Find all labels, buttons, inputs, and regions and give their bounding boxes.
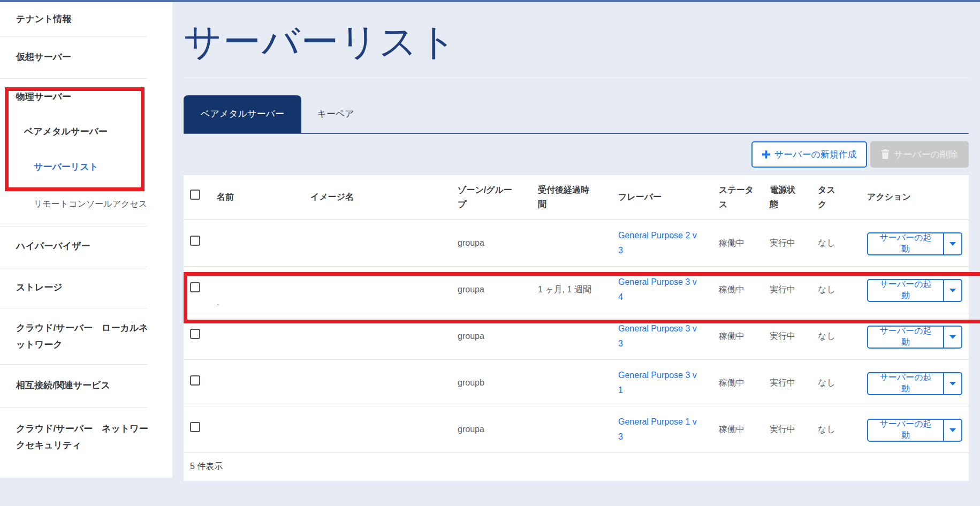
task-value: なし <box>811 236 850 250</box>
sidebar: テナント情報 仮想サーバー 物理サーバー ベアメタルサーバー サーバーリスト リ… <box>0 2 172 478</box>
action-dropdown-button[interactable] <box>944 419 962 442</box>
row-checkbox[interactable] <box>190 422 200 432</box>
sidebar-item-baremetal-server[interactable]: ベアメタルサーバー <box>0 125 172 139</box>
sidebar-item-server-list[interactable]: サーバーリスト <box>0 161 172 174</box>
power-state-value: 実行中 <box>763 236 811 250</box>
task-value: なし <box>811 329 850 343</box>
zone-group: groupa <box>451 236 531 250</box>
table-row: groupa General Purpose 2 v3 稼働中 実行中 なし サ… <box>184 220 969 267</box>
trash-icon <box>881 149 890 159</box>
tab-bar: ベアメタルサーバー キーペア <box>184 95 969 134</box>
tab-baremetal-server[interactable]: ベアメタルサーバー <box>184 95 301 133</box>
start-server-button[interactable]: サーバーの起動 <box>867 419 944 442</box>
sidebar-item-storage[interactable]: ストレージ <box>0 267 172 308</box>
flavor-link[interactable]: General Purpose 2 v3 <box>618 228 698 257</box>
status-value: 稼働中 <box>712 375 763 390</box>
flavor-link[interactable]: General Purpose 3 v1 <box>618 368 698 397</box>
plus-icon <box>762 150 771 159</box>
power-state-value: 実行中 <box>763 375 811 390</box>
sidebar-item-hypervisor[interactable]: ハイパーバイザー <box>0 226 172 267</box>
column-header-flavor: フレーバー <box>612 190 712 204</box>
action-dropdown-button[interactable] <box>944 232 962 255</box>
action-dropdown-button[interactable] <box>944 372 962 395</box>
tab-keypair[interactable]: キーペア <box>301 95 370 133</box>
sidebar-item-tenant-info[interactable]: テナント情報 <box>0 2 172 36</box>
start-server-button[interactable]: サーバーの起動 <box>867 372 944 395</box>
status-value: 稼働中 <box>712 236 763 250</box>
column-header-image: イメージ名 <box>304 190 451 204</box>
zone-group: groupa <box>451 329 531 343</box>
server-name: . <box>217 298 219 307</box>
toolbar: サーバーの新規作成 サーバーの削除 <box>184 134 969 175</box>
table-row: groupb General Purpose 3 v1 稼働中 実行中 なし サ… <box>184 360 969 406</box>
action-split-button: サーバーの起動 <box>867 419 962 442</box>
status-value: 稼働中 <box>712 282 763 297</box>
sidebar-item-remote-console-access[interactable]: リモートコンソールアクセス <box>0 195 172 212</box>
action-dropdown-button[interactable] <box>944 279 962 302</box>
server-table: 名前 イメージ名 ゾーン/グループ 受付後経過時間 フレーバー ステータス 電源… <box>184 175 969 481</box>
flavor-link[interactable]: General Purpose 1 v3 <box>618 414 698 443</box>
start-server-button[interactable]: サーバーの起動 <box>867 232 944 255</box>
task-value: なし <box>811 375 850 390</box>
column-header-action: アクション <box>850 190 969 204</box>
start-server-button[interactable]: サーバーの起動 <box>867 279 944 302</box>
table-footer-count: 5 件表示 <box>184 453 969 481</box>
elapsed-time: 1 ヶ月, 1 週間 <box>531 282 612 297</box>
action-split-button: サーバーの起動 <box>867 232 962 255</box>
sidebar-item-network-security[interactable]: クラウド/サーバー ネットワークセキュリティ <box>0 407 172 466</box>
zone-group: groupb <box>451 375 531 390</box>
task-value: なし <box>811 282 850 297</box>
column-header-power: 電源状態 <box>763 183 811 212</box>
start-server-button[interactable]: サーバーの起動 <box>867 326 944 349</box>
action-split-button: サーバーの起動 <box>867 326 962 349</box>
power-state-value: 実行中 <box>763 422 811 436</box>
status-value: 稼働中 <box>712 422 763 436</box>
row-checkbox[interactable] <box>190 282 200 292</box>
column-header-elapsed: 受付後経過時間 <box>531 183 612 212</box>
status-value: 稼働中 <box>712 329 763 343</box>
row-checkbox[interactable] <box>190 329 200 339</box>
row-checkbox[interactable] <box>190 236 200 246</box>
sidebar-item-local-network[interactable]: クラウド/サーバー ローカルネットワーク <box>0 308 172 364</box>
main-content: サーバーリスト ベアメタルサーバー キーペア サーバーの新規作成 サーバーの削除… <box>172 2 980 506</box>
power-state-value: 実行中 <box>763 329 811 343</box>
chevron-down-icon <box>949 382 956 386</box>
chevron-down-icon <box>949 428 956 432</box>
action-dropdown-button[interactable] <box>944 326 962 349</box>
column-header-zone: ゾーン/グループ <box>451 183 531 212</box>
flavor-link[interactable]: General Purpose 3 v4 <box>618 275 698 304</box>
power-state-value: 実行中 <box>763 282 811 297</box>
delete-server-button[interactable]: サーバーの削除 <box>870 141 969 168</box>
column-header-status: ステータス <box>712 183 763 212</box>
zone-group: groupa <box>451 422 531 436</box>
sidebar-item-physical-server[interactable]: 物理サーバー <box>0 90 172 104</box>
column-header-task: タスク <box>811 183 850 212</box>
chevron-down-icon <box>949 242 956 246</box>
action-split-button: サーバーの起動 <box>867 372 962 395</box>
table-row: groupa General Purpose 3 v3 稼働中 実行中 なし サ… <box>184 313 969 360</box>
chevron-down-icon <box>949 289 956 292</box>
action-split-button: サーバーの起動 <box>867 279 962 302</box>
task-value: なし <box>811 422 850 436</box>
column-header-name: 名前 <box>210 190 304 204</box>
sidebar-group-physical-server: 物理サーバー ベアメタルサーバー サーバーリスト リモートコンソールアクセス <box>0 79 172 226</box>
select-all-checkbox[interactable] <box>190 190 200 200</box>
table-row: groupa General Purpose 1 v3 稼働中 実行中 なし サ… <box>184 406 969 453</box>
chevron-down-icon <box>949 335 956 339</box>
flavor-link[interactable]: General Purpose 3 v3 <box>618 321 698 350</box>
sidebar-item-virtual-server[interactable]: 仮想サーバー <box>0 37 172 78</box>
table-header-row: 名前 イメージ名 ゾーン/グループ 受付後経過時間 フレーバー ステータス 電源… <box>184 175 969 220</box>
sidebar-item-interconnect-services[interactable]: 相互接続/関連サービス <box>0 365 172 407</box>
zone-group: groupa <box>451 282 531 297</box>
table-row-highlighted: . groupa 1 ヶ月, 1 週間 General Purpose 3 v4… <box>184 267 969 313</box>
title-divider <box>184 78 969 78</box>
page-title: サーバーリスト <box>184 20 969 64</box>
create-server-button[interactable]: サーバーの新規作成 <box>751 141 867 168</box>
row-checkbox[interactable] <box>190 375 200 386</box>
